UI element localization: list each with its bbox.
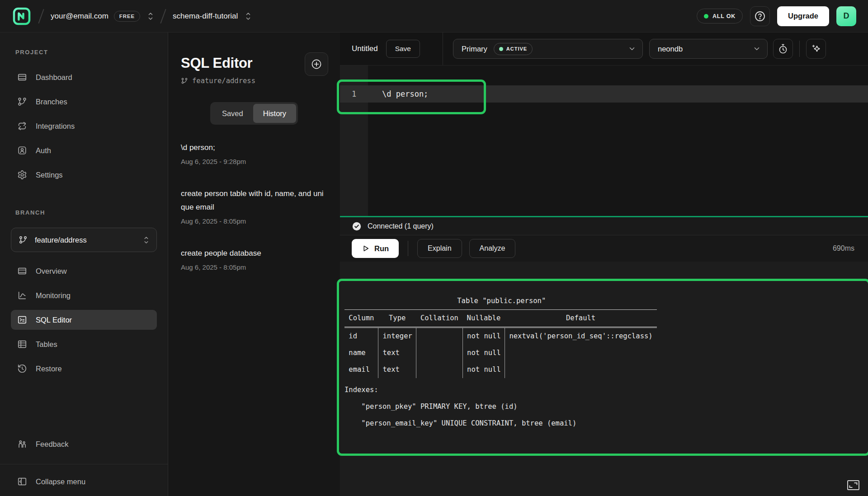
- select-chevrons-icon: [143, 236, 149, 244]
- branch-selector[interactable]: feature/address: [11, 228, 157, 252]
- sidebar-item-monitoring[interactable]: Monitoring: [11, 285, 157, 305]
- save-button[interactable]: Save: [386, 40, 420, 58]
- history-item[interactable]: create person table with id, name, and u…: [181, 187, 327, 225]
- active-dot-icon: [499, 47, 503, 51]
- sql-code-editor[interactable]: 1 \d person;: [340, 66, 868, 216]
- database-select-value: neondb: [658, 45, 683, 53]
- project-name: schema-diff-tutorial: [173, 12, 238, 21]
- branch-section-label: BRANCH: [15, 209, 157, 216]
- query-tab-name[interactable]: Untitled: [352, 44, 378, 53]
- sparkles-icon: [811, 43, 821, 54]
- explain-button[interactable]: Explain: [417, 239, 462, 258]
- collapse-menu-button[interactable]: Collapse menu: [11, 472, 157, 491]
- cell: email: [344, 361, 378, 378]
- tab-history[interactable]: History: [253, 104, 296, 123]
- topbar: your@email.com FREE schema-diff-tutorial…: [0, 0, 868, 33]
- column-header: Column: [344, 310, 378, 328]
- sidebar-item-label: Collapse menu: [36, 477, 85, 486]
- sidebar-item-integrations[interactable]: Integrations: [11, 116, 157, 136]
- index-entry: "person_pkey" PRIMARY KEY, btree (id): [344, 398, 868, 415]
- new-query-button[interactable]: [305, 52, 328, 76]
- query-results-panel[interactable]: Table "public.person" Column Type Collat…: [340, 262, 868, 496]
- saved-history-tabs: Saved History: [210, 102, 298, 125]
- account-switcher[interactable]: your@email.com FREE: [51, 11, 154, 22]
- sidebar-item-label: Branches: [36, 98, 67, 106]
- cell: not null: [462, 328, 505, 345]
- table-row: email text not null: [344, 361, 657, 378]
- result-table: Column Type Collation Nullable Default i…: [344, 309, 657, 378]
- project-switcher[interactable]: schema-diff-tutorial: [173, 12, 251, 21]
- sidebar-item-overview[interactable]: Overview: [11, 261, 157, 281]
- sidebar-item-feedback[interactable]: Feedback: [11, 434, 157, 454]
- result-header-row: Column Type Collation Nullable Default: [344, 310, 657, 328]
- query-duration: 690ms: [833, 244, 854, 253]
- cell: text: [378, 345, 416, 361]
- upgrade-button[interactable]: Upgrade: [777, 6, 829, 26]
- tables-icon: [17, 339, 27, 349]
- history-date: Aug 6, 2025 - 8:05pm: [181, 263, 327, 271]
- sidebar-item-label: Auth: [36, 146, 51, 155]
- restore-icon: [17, 364, 27, 374]
- cell: not null: [462, 361, 505, 378]
- cell: [505, 361, 657, 378]
- sidebar-item-branches[interactable]: Branches: [11, 92, 157, 112]
- history-item[interactable]: create people database Aug 6, 2025 - 8:0…: [181, 247, 327, 271]
- sidebar-item-tables[interactable]: Tables: [11, 334, 157, 354]
- settings-icon: [17, 170, 27, 180]
- sidebar-item-dashboard[interactable]: Dashboard: [11, 67, 157, 87]
- sidebar-item-label: Dashboard: [36, 73, 72, 82]
- neon-logo-icon[interactable]: [12, 6, 32, 26]
- query-actions-bar: Run Explain Analyze 690ms: [340, 235, 868, 262]
- query-timing-button[interactable]: [773, 39, 793, 59]
- chevron-down-icon: [628, 45, 636, 53]
- analyze-button[interactable]: Analyze: [469, 239, 516, 258]
- cell: id: [344, 328, 378, 345]
- table-row: id integer not null nextval('person_id_s…: [344, 328, 657, 345]
- sidebar-item-label: Feedback: [36, 440, 68, 449]
- sql-workspace: Untitled Save Primary ACTIVE neondb: [340, 33, 868, 496]
- current-branch-label: feature/address: [181, 77, 327, 85]
- overview-icon: [17, 266, 27, 276]
- select-chevrons-icon: [147, 12, 154, 21]
- compute-select-value: Primary: [462, 45, 487, 53]
- dashboard-icon: [17, 72, 27, 82]
- active-badge-label: ACTIVE: [506, 46, 527, 51]
- database-select[interactable]: neondb: [649, 39, 768, 59]
- sidebar: PROJECT Dashboard Branches Integrations …: [0, 33, 168, 496]
- cell: [416, 328, 463, 345]
- history-query: create people database: [181, 247, 326, 260]
- question-circle-icon: [754, 10, 766, 22]
- indexes-section: Indexes: "person_pkey" PRIMARY KEY, btre…: [344, 382, 868, 432]
- branch-selector-value: feature/address: [35, 236, 87, 244]
- sidebar-item-auth[interactable]: Auth: [11, 140, 157, 160]
- actions-divider: [408, 241, 408, 256]
- indexes-label: Indexes:: [344, 382, 868, 398]
- play-icon: [362, 244, 370, 253]
- breadcrumb-divider: [38, 9, 44, 23]
- run-button[interactable]: Run: [352, 239, 399, 258]
- history-date: Aug 6, 2025 - 9:28pm: [181, 158, 327, 165]
- plus-circle-icon: [311, 58, 322, 70]
- column-header: Collation: [416, 310, 463, 328]
- sidebar-item-label: Restore: [36, 365, 62, 373]
- run-label: Run: [374, 244, 389, 253]
- help-button[interactable]: [750, 6, 770, 26]
- table-row: name text not null: [344, 345, 657, 361]
- cell: integer: [378, 328, 416, 345]
- sidebar-item-label: Integrations: [36, 122, 75, 131]
- sidebar-item-label: Settings: [36, 171, 63, 179]
- compute-select[interactable]: Primary ACTIVE: [453, 39, 643, 59]
- ai-assist-button[interactable]: [806, 39, 826, 59]
- account-email: your@email.com: [51, 12, 108, 21]
- system-status-pill[interactable]: ALL OK: [697, 9, 743, 23]
- git-branch-icon: [181, 77, 188, 84]
- expand-icon: [847, 480, 860, 491]
- tab-saved[interactable]: Saved: [212, 104, 253, 123]
- history-item[interactable]: \d person; Aug 6, 2025 - 9:28pm: [181, 141, 327, 165]
- sidebar-item-restore[interactable]: Restore: [11, 359, 157, 379]
- user-avatar[interactable]: D: [836, 6, 856, 26]
- expand-results-button[interactable]: [847, 480, 860, 491]
- sidebar-item-sql-editor[interactable]: SQL Editor: [11, 310, 157, 330]
- sidebar-item-settings[interactable]: Settings: [11, 165, 157, 185]
- line-number: 1: [340, 89, 368, 98]
